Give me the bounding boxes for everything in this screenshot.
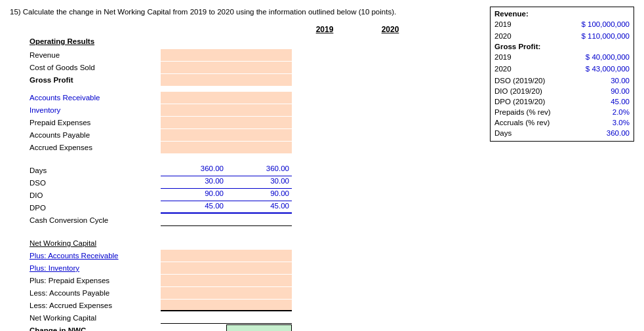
prepaid-label: Prepaid Expenses [30, 119, 161, 127]
nwc-prepaid-row: Plus: Prepaid Expenses [30, 275, 483, 286]
revenue-2020-val: $ 110,000,000 [581, 32, 630, 40]
nwc-title: Net Working Capital [30, 239, 161, 247]
right-dio-label: DIO (2019/20) [494, 87, 542, 95]
dio-row: DIO 90.00 90.00 [30, 189, 483, 201]
ar-2020-input[interactable] [226, 92, 292, 104]
inventory-label: Inventory [30, 106, 161, 114]
ar-label: Accounts Receivable [30, 94, 161, 102]
nwc-ap-row: Less: Accounts Payable [30, 287, 483, 299]
right-dso-label: DSO (2019/20) [494, 77, 545, 85]
right-days-val: 360.00 [607, 129, 630, 137]
days-2020-value: 360.00 [226, 165, 292, 176]
inv-2019-input[interactable] [161, 104, 226, 116]
nwc-ap-2020[interactable] [226, 287, 292, 299]
nwc-ar-2019[interactable] [161, 250, 226, 262]
days-label: Days [30, 166, 161, 174]
gp-2020-input[interactable] [226, 74, 292, 86]
nwc-ar-row: Plus: Accounts Receivable [30, 250, 483, 262]
right-accruals-label: Accruals (% rev) [494, 119, 550, 127]
dio-2020-value: 90.00 [226, 189, 292, 201]
nwc-ar-2020[interactable] [226, 250, 292, 262]
accrued-2020-input[interactable] [226, 142, 292, 153]
gp-2019-year: 2019 [494, 53, 512, 61]
right-accruals-row: Accruals (% rev) 3.0% [494, 117, 630, 128]
dso-2020-value: 30.00 [226, 177, 292, 189]
days-row: Days 360.00 360.00 [30, 165, 483, 176]
revenue-2020-row: 2020 $ 110,000,000 [494, 31, 630, 41]
revenue-2019-row: 2019 $ 100,000,000 [494, 19, 630, 29]
right-dpo-val: 45.00 [611, 98, 630, 106]
days-2019-value: 360.00 [161, 165, 226, 176]
nwc-accrued-2019[interactable] [161, 300, 226, 311]
revenue-2019-year: 2019 [494, 20, 512, 28]
inv-2020-input[interactable] [226, 104, 292, 116]
prepaid-2019-input[interactable] [161, 117, 226, 128]
nwc-total-2020 [226, 312, 292, 324]
cogs-2019-input[interactable] [161, 62, 226, 73]
nwc-total-row: Net Working Capital [30, 312, 483, 324]
nwc-accrued-2020[interactable] [226, 300, 292, 311]
prepaid-2020-input[interactable] [226, 117, 292, 128]
ar-2019-input[interactable] [161, 92, 226, 104]
operating-results-table: 2019 2020 Operating Results Revenue Cost… [30, 25, 483, 331]
nwc-inv-2019[interactable] [161, 262, 226, 274]
nwc-ap-2019[interactable] [161, 287, 226, 299]
gp-2019-val: $ 40,000,000 [586, 53, 630, 61]
gp-2020-year: 2020 [494, 65, 512, 73]
revenue-2019-val: $ 100,000,000 [581, 20, 630, 28]
dpo-2020-value: 45.00 [226, 202, 292, 214]
cogs-label: Cost of Goods Sold [30, 64, 161, 71]
nwc-total-2019 [161, 312, 226, 324]
ap-label: Accounts Payable [30, 131, 161, 139]
cogs-row: Cost of Goods Sold [30, 62, 483, 73]
nwc-accrued-label: Less: Accrued Expenses [30, 302, 161, 309]
accrued-2019-input[interactable] [161, 142, 226, 153]
right-dpo-label: DPO (2019/20) [494, 98, 545, 106]
col-header-2019: 2019 [292, 25, 357, 34]
dio-2019-value: 90.00 [161, 189, 226, 201]
right-dio-val: 90.00 [611, 87, 630, 95]
nwc-accrued-row: Less: Accrued Expenses [30, 300, 483, 311]
change-nwc-label: Change in NWC [30, 326, 161, 331]
ar-row: Accounts Receivable [30, 92, 483, 104]
nwc-prepaid-2020[interactable] [226, 275, 292, 286]
dpo-label: DPO [30, 204, 161, 212]
change-nwc-row: Change in NWC [30, 324, 483, 331]
cogs-2020-input[interactable] [226, 62, 292, 73]
nwc-section: Net Working Capital Plus: Accounts Recei… [30, 237, 483, 331]
ap-2020-input[interactable] [226, 129, 292, 141]
nwc-inv-2020[interactable] [226, 262, 292, 274]
revenue-section-title: Revenue: [494, 10, 630, 18]
inventory-row: Inventory [30, 104, 483, 116]
accrued-label: Accrued Expenses [30, 144, 161, 151]
right-panel: Revenue: 2019 $ 100,000,000 2020 $ 110,0… [490, 7, 634, 142]
ap-2019-input[interactable] [161, 129, 226, 141]
gp-2020-row: 2020 $ 43,000,000 [494, 64, 630, 74]
nwc-prepaid-2019[interactable] [161, 275, 226, 286]
gp-2019-input[interactable] [161, 74, 226, 86]
question-text: 15) Calculate the change in Net Working … [10, 7, 483, 17]
revenue-2020-input[interactable] [226, 49, 292, 61]
nwc-title-row: Net Working Capital [30, 237, 483, 249]
right-accruals-val: 3.0% [613, 119, 630, 127]
gross-profit-row: Gross Profit [30, 74, 483, 86]
accrued-row: Accrued Expenses [30, 142, 483, 153]
right-dso-row: DSO (2019/20) 30.00 [494, 75, 630, 86]
ccc-label: Cash Conversion Cycle [30, 216, 161, 224]
dso-2019-value: 30.00 [161, 177, 226, 189]
revenue-2019-input[interactable] [161, 49, 226, 61]
right-prepaids-label: Prepaids (% rev) [494, 108, 551, 116]
gp-2020-val: $ 43,000,000 [586, 65, 630, 73]
right-dio-row: DIO (2019/20) 90.00 [494, 86, 630, 96]
gp-section-title: Gross Profit: [494, 43, 630, 50]
operating-results-title: Operating Results [30, 37, 161, 45]
revenue-label: Revenue [30, 51, 161, 59]
right-days-label: Days [494, 129, 512, 137]
gp-2019-row: 2019 $ 40,000,000 [494, 52, 630, 62]
prepaid-row: Prepaid Expenses [30, 117, 483, 128]
dpo-2019-value: 45.00 [161, 202, 226, 214]
dso-row: DSO 30.00 30.00 [30, 177, 483, 189]
nwc-total-label: Net Working Capital [30, 314, 161, 322]
gross-profit-label: Gross Profit [30, 76, 161, 84]
ccc-row: Cash Conversion Cycle [30, 214, 483, 226]
